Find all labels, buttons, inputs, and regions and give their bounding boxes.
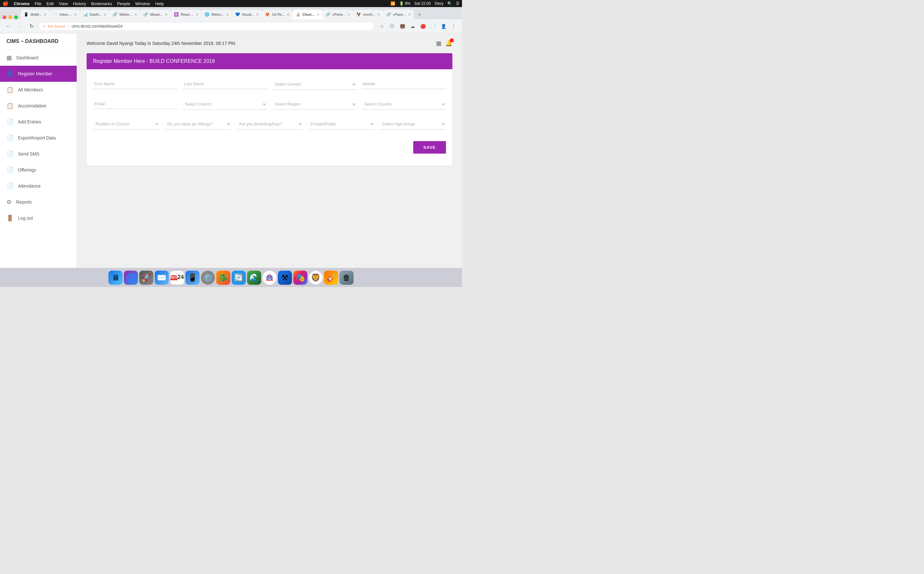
extension-4[interactable]: 🔴 [419,22,427,31]
url-input[interactable]: ⚠ Not Secure | cims.dtcstz.com/dashboard… [38,22,375,31]
sidebar-item-add-entries[interactable]: 📄 Add Entries [0,114,77,130]
tab-web[interactable]: 🔗 Webm... ✕ [109,9,140,19]
private-public-select[interactable]: Private/Public Private Public [308,119,374,129]
gender-select[interactable]: Select Gender Male Female [272,79,357,90]
tab-maran[interactable]: 🔗 Maran... ✕ [140,9,171,19]
tab-inbox[interactable]: ✉️ Inbox ... ✕ [49,9,80,19]
email-input[interactable] [93,99,177,109]
bell-button[interactable]: 🔔 5 [445,40,452,47]
chrome-menu[interactable]: Chrome [14,1,30,6]
tab-close-mochi[interactable]: ✕ [377,13,380,16]
last-name-input[interactable] [183,79,267,89]
bookmarks-menu[interactable]: Bookmarks [91,1,112,6]
dock-calendar[interactable]: NOV 24 [170,271,184,285]
sidebar-item-members[interactable]: 📋 All Members [0,82,77,98]
sidebar-item-offerings[interactable]: 📄 Offerings [0,162,77,178]
tab-close-react[interactable]: ✕ [196,13,198,16]
history-menu[interactable]: History [73,1,86,6]
save-button[interactable]: SAVE [413,141,446,154]
dock-mail[interactable]: ✉️ [155,271,169,285]
dock-siri[interactable]: 🌀 [124,271,138,285]
tab-cpanel2[interactable]: 🔗 cPane... ✕ [383,9,414,19]
dock-photos[interactable]: 🎭 [293,271,307,285]
position-field: Position in Church [93,119,160,129]
tab-close-web[interactable]: ✕ [134,13,137,16]
extension-5[interactable]: 📄 [429,22,438,31]
security-icon: ⚠ [43,24,46,28]
tab-mochi[interactable]: 🦅 mochi... ✕ [353,9,384,19]
tab-gitrepo[interactable]: 🦊 Git Re... ✕ [262,9,292,19]
age-group-select[interactable]: Select Age Group [379,119,446,129]
grid-view-button[interactable]: ▦ [436,40,441,47]
position-select[interactable]: Position in Church [93,119,160,129]
dock-app4[interactable]: 🎸 [324,271,338,285]
help-menu[interactable]: Help [155,1,164,6]
sidebar-item-reports[interactable]: ⚙ Reports [0,194,77,210]
star-button[interactable]: ☆ [377,22,386,31]
people-menu[interactable]: People [117,1,130,6]
forward-button[interactable]: → [16,22,24,31]
boarding-select[interactable]: Are you Boarding/Day? Boarding Day [236,119,303,129]
tab-react[interactable]: ⚛️ React ... ✕ [171,9,202,19]
tab-close-maran[interactable]: ✕ [165,13,167,16]
extension-2[interactable]: 🐻 [398,22,407,31]
dock-chrome[interactable] [262,271,276,285]
tab-close-dash[interactable]: ✕ [104,13,106,16]
tab-close-cpanel2[interactable]: ✕ [408,13,411,16]
tab-close-church[interactable]: ✕ [317,13,319,16]
tab-church[interactable]: ⛪ Churc... ✕ [292,9,323,19]
sidebar-item-register[interactable]: 👤 Register Member [0,66,77,82]
refresh-button[interactable]: ↻ [27,22,36,31]
church-select[interactable]: Select Church [183,99,267,110]
tab-close-gitrepo[interactable]: ✕ [287,13,289,16]
allergy-select[interactable]: Do you have an Allergy? Yes No [164,119,231,129]
tab-welcome[interactable]: 🌐 Welco... ✕ [202,9,232,19]
apple-menu[interactable]: 🍎 [3,1,9,6]
tab-close-cpanel1[interactable]: ✕ [347,13,350,16]
view-menu[interactable]: View [59,1,68,6]
menu-icon[interactable]: ☰ [456,1,460,6]
minimize-button[interactable] [8,16,12,19]
dock-finder[interactable]: 🖥 [109,271,123,285]
dock-settings[interactable]: ⚙️ [201,271,215,285]
tab-close-inbox[interactable]: ✕ [74,13,77,16]
sidebar-item-sms[interactable]: 📄 Send SMS [0,146,77,162]
dock-safari[interactable]: 🦁 [309,271,323,285]
extension-3[interactable]: ☁ [408,22,417,31]
dock-app3[interactable]: 🌊 [247,271,261,285]
close-button[interactable] [3,16,6,19]
country-select[interactable]: Select Country [362,99,446,110]
maximize-button[interactable] [14,16,18,19]
tab-vscode[interactable]: 💙 Visual... ✕ [232,9,262,19]
sidebar-item-dashboard[interactable]: ▦ Dashboard [0,50,77,66]
new-tab-button[interactable]: + [415,10,424,19]
sidebar-item-accomodation[interactable]: 📋 Accomodation [0,98,77,114]
tab-close-vscode[interactable]: ✕ [256,13,259,16]
extension-1[interactable]: ⓘ [388,22,396,31]
dock-trash[interactable]: 🗑 [340,271,354,285]
mobile-input[interactable] [362,79,446,89]
dock-appstore[interactable]: 📱 [185,271,199,285]
sidebar-item-export[interactable]: 📄 Export/Import Data [0,130,77,146]
window-menu[interactable]: Window [135,1,150,6]
file-menu[interactable]: File [35,1,41,6]
dock-xcode[interactable]: ⚒ [278,271,292,285]
tab-dash[interactable]: 📊 Dashl... ✕ [80,9,109,19]
more-button[interactable]: ⋮ [449,22,458,31]
dock-launchpad[interactable]: 🚀 [139,271,153,285]
accomodation-icon: 📋 [6,102,13,109]
dock-app2[interactable]: 🔄 [232,271,246,285]
sidebar-item-attendance[interactable]: 📄 Attendance [0,178,77,194]
tab-close-mobil[interactable]: ✕ [44,13,46,16]
sidebar-item-logout[interactable]: 🚪 Log out [0,210,77,226]
tab-close-welcome[interactable]: ✕ [226,13,229,16]
avatar-button[interactable]: 👤 [439,22,448,31]
search-icon[interactable]: 🔍 [447,1,452,6]
first-name-input[interactable] [93,79,177,89]
tab-cpanel1[interactable]: 🔗 cPane... ✕ [322,9,353,19]
region-select[interactable]: Select Region [272,99,357,110]
dock-app1[interactable]: 🐉 [216,271,231,285]
edit-menu[interactable]: Edit [46,1,54,6]
back-button[interactable]: ← [4,22,13,31]
tab-mobil[interactable]: 📱 Mobil... ✕ [21,9,49,19]
